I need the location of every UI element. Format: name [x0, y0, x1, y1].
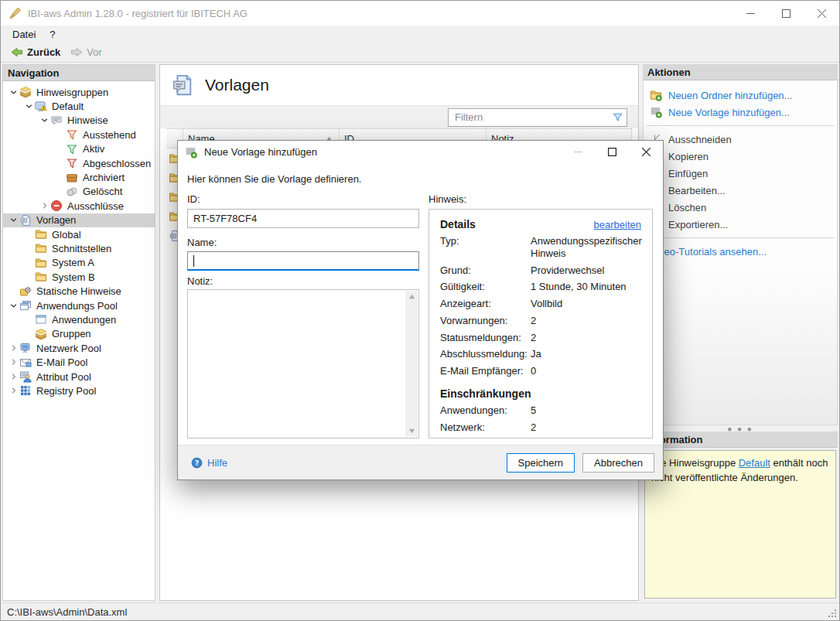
save-button[interactable]: Speichern	[507, 453, 575, 473]
sidebar-item-global[interactable]: Global	[3, 227, 155, 241]
sidebar-item-default[interactable]: Default	[3, 99, 155, 113]
action-exportieren[interactable]: Exportieren...	[644, 216, 837, 233]
sidebar-item-abgeschlossen[interactable]: Abgeschlossen	[3, 156, 155, 170]
chevron-right-icon[interactable]	[8, 386, 19, 396]
id-field[interactable]: RT-57F78CF4	[187, 209, 419, 228]
detail-row: Anzeigeart:Vollbild	[440, 298, 641, 310]
detail-row: Grund:Providerwechsel	[440, 264, 641, 277]
sidebar-item-ausschlüsse[interactable]: Ausschlüsse	[3, 199, 155, 213]
sidebar-item-archiviert[interactable]: Archiviert	[3, 170, 155, 184]
template-doc-icon	[19, 214, 32, 227]
detail-value: 0	[531, 365, 641, 377]
restrictions-heading: Einschränkungen	[440, 387, 641, 400]
bearbeiten-link[interactable]: bearbeiten	[594, 219, 641, 230]
sidebar-item-attribut-pool[interactable]: Attribut Pool	[3, 370, 155, 384]
speech-bubble-icon	[50, 114, 63, 127]
sidebar-item-vorlagen[interactable]: Vorlagen	[3, 213, 155, 227]
chevron-down-icon[interactable]	[8, 87, 19, 97]
detail-value: Vollbild	[531, 298, 641, 310]
expander-spacer	[54, 144, 66, 154]
dialog-title: Neue Vorlage hinzufügen	[204, 146, 317, 158]
chevron-down-icon[interactable]	[8, 215, 19, 225]
action-video-tutorials[interactable]: Video-Tutorials ansehen...	[644, 243, 837, 260]
sidebar-item-ausstehend[interactable]: Ausstehend	[3, 128, 155, 142]
chevron-right-icon[interactable]	[39, 201, 50, 211]
action-neue-vorlage-hinzufügen[interactable]: Neue Vorlage hinzufügen...	[644, 104, 837, 121]
action-bearbeiten[interactable]: Bearbeiten...	[644, 182, 837, 199]
app-logo-icon	[9, 7, 22, 20]
sidebar-item-statische-hinweise[interactable]: Statische Hinweise	[3, 284, 155, 298]
forward-arrow-icon	[70, 46, 84, 58]
detail-key: E-Mail Empfänger:	[440, 365, 531, 377]
sidebar-item-e-mail-pool[interactable]: E-Mail Pool	[3, 355, 155, 369]
monitor-warning-icon	[35, 101, 47, 113]
action-label: Kopieren	[668, 151, 709, 162]
action-einfügen[interactable]: Einfügen	[644, 165, 837, 182]
detail-key: Typ:	[440, 235, 531, 261]
filter-funnel-icon[interactable]	[612, 111, 623, 123]
close-button[interactable]	[804, 1, 839, 26]
chevron-down-icon[interactable]	[23, 101, 35, 111]
sidebar-item-hinweise[interactable]: Hinweise	[3, 114, 155, 128]
forward-button: Vor	[65, 45, 107, 60]
dialog-maximize-button[interactable]	[595, 141, 629, 163]
sidebar-item-label: Registry Pool	[36, 385, 96, 397]
notiz-scrollbar[interactable]	[405, 291, 418, 437]
dialog-subtitle: Hier können Sie die Vorlage definieren.	[187, 173, 361, 185]
folder-icon	[35, 271, 47, 283]
sidebar-item-schnittstellen[interactable]: Schnittstellen	[3, 241, 155, 255]
name-field[interactable]	[187, 251, 419, 271]
sidebar-item-label: Ausstehend	[83, 129, 136, 141]
scroll-down-icon[interactable]	[408, 428, 415, 435]
filter-input[interactable]	[455, 111, 612, 123]
chevron-right-icon[interactable]	[8, 372, 19, 382]
menu-item-datei[interactable]: Datei	[5, 27, 43, 42]
sidebar-item-system-b[interactable]: System B	[3, 270, 155, 284]
separator	[647, 125, 834, 126]
maximize-button[interactable]	[768, 1, 804, 26]
sidebar-item-gelöscht[interactable]: Gelöscht	[3, 185, 155, 199]
menu-item-help[interactable]: ?	[43, 27, 62, 42]
chevron-down-icon[interactable]	[8, 301, 19, 311]
sidebar-item-label: Archiviert	[83, 172, 125, 183]
sidebar-item-netzwerk-pool[interactable]: Netzwerk Pool	[3, 341, 155, 355]
sidebar-item-anwendungen[interactable]: Anwendungen	[3, 312, 155, 326]
detail-key: Objekte:	[440, 438, 531, 438]
sidebar-item-system-a[interactable]: System A	[3, 256, 155, 270]
expander-spacer	[54, 130, 66, 140]
network-computer-icon	[19, 342, 32, 354]
action-löschen[interactable]: Löschen	[644, 199, 837, 216]
deleted-coins-icon	[66, 186, 78, 198]
back-button[interactable]: Zurück	[5, 45, 65, 60]
scroll-up-icon[interactable]	[408, 293, 415, 300]
notiz-label: Notiz:	[187, 275, 213, 287]
sidebar-item-anwendungs-pool[interactable]: Anwendungs Pool	[3, 299, 155, 312]
action-ausschneiden[interactable]: Ausschneiden	[644, 131, 837, 148]
panel-splitter[interactable]: ● ● ●	[643, 425, 838, 432]
sidebar-item-label: System B	[52, 271, 95, 283]
resize-grip[interactable]	[828, 609, 838, 619]
help-link[interactable]: ? Hilfe	[191, 457, 227, 469]
default-group-link[interactable]: Default	[739, 457, 770, 469]
navigation-panel: Navigation HinweisgruppenDefaultHinweise…	[2, 64, 155, 601]
dialog-close-button[interactable]	[629, 141, 663, 163]
dialog-titlebar: Neue Vorlage hinzufügen	[178, 141, 663, 163]
detail-key: Netzwerk:	[440, 421, 531, 434]
detail-row: Gültigkeit:1 Stunde, 30 Minuten	[440, 281, 641, 293]
chevron-right-icon[interactable]	[8, 357, 19, 367]
notiz-field[interactable]	[187, 289, 419, 438]
chevron-down-icon[interactable]	[39, 115, 50, 125]
detail-row: E-Mail Empfänger:0	[440, 365, 641, 377]
sidebar-item-hinweisgruppen[interactable]: Hinweisgruppen	[3, 85, 155, 99]
action-neuen-ordner-hinzufügen[interactable]: Neuen Ordner hinzufügen...	[644, 87, 837, 104]
sidebar-item-gruppen[interactable]: Gruppen	[3, 327, 155, 341]
action-kopieren[interactable]: Kopieren	[644, 148, 837, 165]
sidebar-item-registry-pool[interactable]: Registry Pool	[3, 384, 155, 398]
detail-value: 2	[531, 315, 641, 327]
information-box: Die Hinweisgruppe Default enthält noch n…	[644, 450, 836, 599]
filter-strip	[160, 105, 638, 128]
cancel-button[interactable]: Abbrechen	[582, 453, 654, 473]
minimize-button[interactable]	[732, 1, 768, 26]
chevron-right-icon[interactable]	[8, 343, 19, 353]
sidebar-item-aktiv[interactable]: Aktiv	[3, 142, 155, 156]
